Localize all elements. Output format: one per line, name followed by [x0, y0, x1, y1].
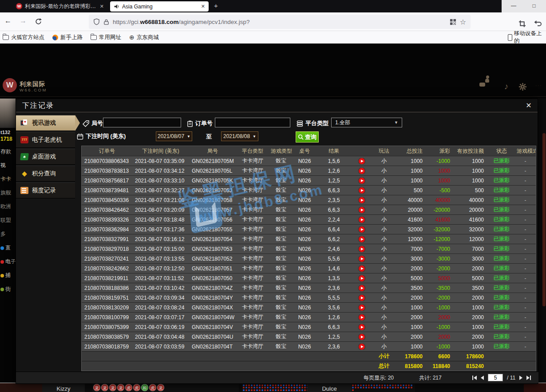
- play-video-button[interactable]: [352, 207, 372, 213]
- play-video-button[interactable]: [352, 178, 372, 184]
- rail-item[interactable]: 多: [0, 227, 16, 241]
- order-id-input[interactable]: [215, 118, 290, 127]
- undo-arrow-icon[interactable]: [534, 20, 542, 27]
- date-from-picker[interactable]: 2021/08/07▼: [156, 131, 192, 141]
- screenshot-crop-icon[interactable]: [518, 20, 526, 28]
- play-icon[interactable]: [359, 265, 365, 272]
- play-icon[interactable]: [359, 334, 365, 340]
- window-minimize-button[interactable]: —: [510, 3, 517, 9]
- play-video-button[interactable]: [352, 324, 372, 330]
- lock-icon[interactable]: [103, 19, 109, 25]
- platform-type-select[interactable]: 1.全部 ▼: [331, 118, 402, 127]
- browser-tab-2-active[interactable]: Asia Gaming ✕: [110, 1, 209, 12]
- url-bar[interactable]: https://gci.w668818.com/agingame/pcv1/in…: [89, 15, 471, 29]
- dealer-name[interactable]: Kizzy: [42, 384, 85, 392]
- rail-item[interactable]: 存款: [0, 145, 16, 158]
- play-icon[interactable]: [359, 314, 365, 321]
- bookmark-item[interactable]: ⊕京东商城: [129, 34, 159, 41]
- play-icon[interactable]: [359, 197, 365, 203]
- site-logo[interactable]: W: [3, 78, 17, 92]
- forward-icon[interactable]: →: [20, 17, 27, 25]
- rail-item[interactable]: 捕: [0, 269, 16, 282]
- play-icon[interactable]: [359, 305, 365, 311]
- rail-item[interactable]: 电子: [0, 255, 16, 269]
- sidebar-item-live-games[interactable]: 9♥ 视讯游戏: [16, 115, 75, 131]
- page-number-input[interactable]: [488, 374, 503, 381]
- back-icon[interactable]: ←: [4, 17, 12, 25]
- first-page-button[interactable]: [472, 376, 477, 380]
- play-video-button[interactable]: [352, 236, 372, 242]
- last-page-button[interactable]: [526, 376, 531, 380]
- play-video-button[interactable]: [352, 265, 372, 272]
- play-icon[interactable]: [359, 285, 365, 291]
- page-scrollbar[interactable]: [542, 133, 546, 306]
- play-video-button[interactable]: [352, 217, 372, 223]
- play-video-button[interactable]: [352, 314, 372, 321]
- prev-page-button[interactable]: [481, 376, 484, 380]
- bookmark-item[interactable]: 火狐官方站点: [3, 34, 44, 41]
- dealer-name[interactable]: Dulce: [307, 384, 352, 392]
- play-video-button[interactable]: [352, 168, 372, 174]
- play-video-button[interactable]: [352, 187, 372, 194]
- rail-item[interactable]: 直: [0, 241, 16, 255]
- bookmark-star-icon[interactable]: ☆: [460, 18, 466, 26]
- qr-code-icon[interactable]: [450, 19, 456, 25]
- music-icon[interactable]: ♪: [504, 82, 509, 91]
- bookmark-mobile[interactable]: 移动设备上的: [508, 31, 546, 44]
- play-video-button[interactable]: [352, 226, 372, 233]
- play-icon[interactable]: [359, 246, 365, 252]
- play-video-button[interactable]: [352, 246, 372, 252]
- shield-icon[interactable]: [93, 18, 100, 25]
- search-button[interactable]: 查询: [296, 131, 319, 143]
- avatar[interactable]: [0, 99, 16, 128]
- rail-item[interactable]: 欧洲: [0, 200, 16, 214]
- rail-item[interactable]: 视: [0, 158, 16, 172]
- rail-item[interactable]: 卡卡: [0, 172, 16, 186]
- play-video-button[interactable]: [352, 285, 372, 291]
- bookmark-item[interactable]: 新手上路: [52, 34, 83, 41]
- play-icon[interactable]: [359, 295, 365, 301]
- play-icon[interactable]: [359, 344, 365, 350]
- rail-item[interactable]: 街: [0, 282, 16, 296]
- play-video-button[interactable]: [352, 344, 372, 350]
- play-video-button[interactable]: [352, 334, 372, 340]
- tab-close-icon[interactable]: ✕: [100, 4, 104, 9]
- play-icon[interactable]: [359, 158, 365, 164]
- window-maximize-button[interactable]: □: [531, 3, 537, 9]
- play-icon[interactable]: [359, 236, 365, 242]
- play-icon[interactable]: [359, 217, 365, 223]
- play-video-button[interactable]: [352, 295, 372, 301]
- play-icon[interactable]: [359, 187, 365, 194]
- browser-tab-1[interactable]: W 利来国际-最给力的老牌博彩网站 ✕: [12, 0, 107, 12]
- bookmark-item[interactable]: 常用网址: [91, 34, 121, 41]
- play-video-button[interactable]: [352, 256, 372, 262]
- play-icon[interactable]: [359, 256, 365, 262]
- play-video-button[interactable]: [352, 197, 372, 203]
- rail-item[interactable]: 旗舰: [0, 186, 16, 200]
- sidebar-item-slots[interactable]: 777 电子老虎机: [16, 132, 75, 148]
- play-video-button[interactable]: [352, 158, 372, 164]
- sidebar-item-quota-records[interactable]: 额度记录: [16, 182, 75, 198]
- tab-close-icon[interactable]: ✕: [201, 4, 205, 9]
- play-icon[interactable]: [359, 178, 365, 184]
- date-to-picker[interactable]: 2021/08/08▼: [221, 131, 258, 141]
- play-video-button[interactable]: [352, 275, 372, 281]
- reload-icon[interactable]: [35, 18, 42, 25]
- play-icon[interactable]: [359, 168, 365, 174]
- play-icon[interactable]: [359, 275, 365, 281]
- next-page-button[interactable]: [519, 376, 522, 380]
- round-id-input[interactable]: [103, 118, 181, 127]
- settings-gear-icon[interactable]: [518, 83, 527, 91]
- cell-game-mode: -: [515, 246, 536, 252]
- sidebar-item-table-games[interactable]: ♣ 桌面游戏: [16, 149, 75, 165]
- rail-item[interactable]: 联盟: [0, 214, 16, 227]
- play-icon[interactable]: [359, 207, 365, 213]
- sidebar-item-points-query[interactable]: ◆ 积分查询: [16, 166, 75, 182]
- play-icon[interactable]: [359, 226, 365, 233]
- modal-close-icon[interactable]: ✕: [524, 101, 533, 110]
- play-video-button[interactable]: [352, 305, 372, 311]
- play-icon[interactable]: [359, 324, 365, 330]
- cell-valid-bet: 3000: [455, 256, 488, 262]
- new-tab-button[interactable]: +: [214, 2, 218, 9]
- url-text[interactable]: https://gci.w668818.com/agingame/pcv1/in…: [113, 19, 446, 25]
